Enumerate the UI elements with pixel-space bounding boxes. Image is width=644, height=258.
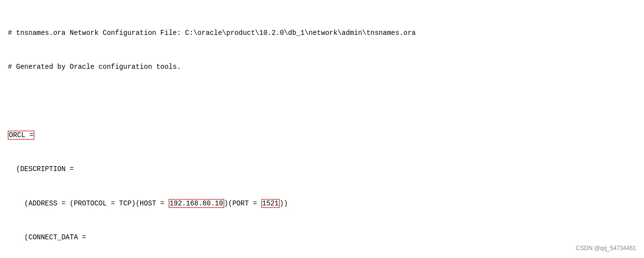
code-content: # tnsnames.ora Network Configuration Fil…: [8, 5, 636, 258]
host-highlight: 192.168.80.10: [169, 199, 224, 208]
orcl-title: ORCL =: [8, 130, 636, 141]
port-highlight: 1521: [261, 199, 280, 208]
orcl-connect-data: (CONNECT_DATA =: [8, 232, 636, 243]
empty-line-1: [8, 96, 636, 107]
comment-line-1: # tnsnames.ora Network Configuration Fil…: [8, 28, 636, 39]
comment-line-2: # Generated by Oracle configuration tool…: [8, 61, 636, 73]
orcl-description: (DESCRIPTION =: [8, 164, 636, 175]
orcl-highlight: ORCL =: [8, 131, 34, 140]
orcl-address: (ADDRESS = (PROTOCOL = TCP)(HOST = 192.1…: [8, 198, 636, 209]
watermark: CSDN @qq_54734461: [576, 244, 636, 253]
